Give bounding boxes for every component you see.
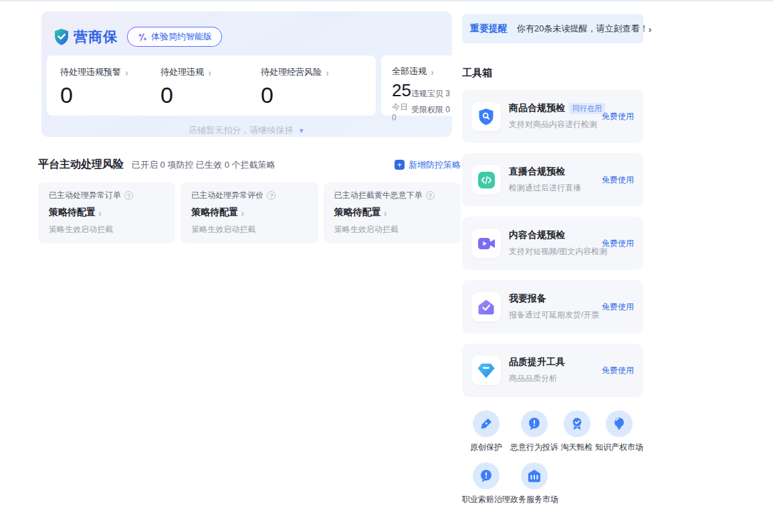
risk-section-summary: 已开启 0 项防控 已生效 0 个拦截策略 — [132, 159, 275, 171]
chevron-right-icon — [208, 68, 211, 78]
bank-icon — [527, 469, 542, 483]
tool-title: 品质提升工具 — [509, 356, 565, 368]
tool-title: 直播合规预检 — [509, 166, 565, 178]
try-smart-version-label: 体验简约智能版 — [151, 31, 212, 43]
code-icon — [477, 171, 495, 189]
help-icon[interactable] — [267, 191, 275, 200]
house-check-icon — [477, 299, 495, 315]
free-use-link[interactable]: 免费使用 — [602, 111, 634, 122]
important-notice-banner[interactable]: 重要提醒 你有20条未读提醒，请立刻查看！ — [462, 14, 643, 43]
tool-desc: 商品品质分析 — [509, 373, 602, 384]
stat-value: 0 — [160, 82, 261, 108]
tool-card-live-compliance[interactable]: 直播合规预检 检测通过后进行直播 免费使用 — [462, 153, 643, 207]
quick-link-label: 恶意行为投诉 — [510, 442, 558, 453]
plus-icon — [395, 160, 405, 170]
quick-link-original-protection[interactable]: 原创保护 — [462, 410, 510, 453]
pen-icon — [479, 416, 493, 431]
chevron-right-icon — [326, 68, 329, 78]
all-violations-card[interactable]: 全部违规 25 今日 0 违规宝贝 3 — [381, 55, 459, 116]
risk-card-abnormal-orders: 已主动处理异常订单 策略待配置 策略生效启动拦截 — [38, 182, 175, 243]
chevron-right-icon — [431, 67, 434, 77]
risk-card-label: 已主动处理异常评价 — [191, 190, 263, 201]
tool-card-product-compliance[interactable]: 商品合规预检 同行在用 支持对商品内容进行检测 免费使用 — [462, 90, 643, 143]
stat-pending-violation-warning[interactable]: 待处理违规预警 0 — [60, 66, 160, 116]
free-use-link[interactable]: 免费使用 — [602, 174, 634, 186]
chevron-right-icon — [125, 68, 128, 78]
peers-in-use-tag: 同行在用 — [569, 103, 605, 114]
all-violations-label: 全部违规 — [392, 65, 427, 78]
tool-card-report-filing[interactable]: 我要报备 报备通过可延期发货/开票 免费使用 — [462, 280, 643, 334]
risk-section-title: 平台主动处理风险 — [38, 158, 124, 172]
risk-card-note: 策略生效启动拦截 — [49, 224, 164, 235]
tool-title: 商品合规预检 — [509, 102, 565, 114]
add-policy-button[interactable]: 新增防控策略 — [395, 159, 461, 171]
app-title: 营商保 — [74, 27, 118, 46]
quick-link-label: 原创保护 — [470, 442, 502, 453]
triangle-down-icon — [298, 127, 305, 134]
pending-stats-card: 待处理违规预警 0 待处理违规 0 待处理经营风险 — [47, 55, 376, 116]
risk-card-label: 已主动拦截黄牛恶意下单 — [334, 190, 423, 201]
quick-link-malicious-complaint[interactable]: 恶意行为投诉 — [510, 410, 558, 453]
app-logo: 营商保 — [53, 27, 118, 46]
toolbox-sidebar: 重要提醒 你有20条未读提醒，请立刻查看！ 工具箱 商品合规预检 同行在用 支持… — [462, 14, 643, 505]
stat-label: 待处理经营风险 — [261, 66, 322, 78]
try-smart-version-button[interactable]: 体验简约智能版 — [127, 27, 222, 47]
notice-prefix: 重要提醒 — [470, 23, 508, 35]
quick-link-ip-market[interactable]: 知识产权市场 — [595, 410, 643, 453]
tool-card-content-compliance[interactable]: 内容合规预检 支持对短视频/图文内容检测 免费使用 — [462, 217, 643, 270]
risk-card-note: 策略生效启动拦截 — [334, 224, 450, 235]
no-deduction-note[interactable]: 店铺暂无扣分，请继续保持 — [47, 124, 447, 136]
all-violations-value: 25 — [392, 80, 411, 100]
lightbulb-icon — [612, 416, 627, 431]
configure-policy-link[interactable]: 策略待配置 — [191, 207, 307, 219]
quick-link-label: 知识产权市场 — [595, 442, 643, 453]
diamond-icon — [477, 362, 495, 379]
notice-text: 你有20条未读提醒，请立刻查看！ — [517, 23, 648, 35]
free-use-link[interactable]: 免费使用 — [602, 365, 634, 376]
quick-link-taotian-inspection[interactable]: 淘天甄检 — [558, 410, 595, 453]
chevron-right-icon — [241, 208, 244, 218]
tool-desc: 支持对商品内容进行检测 — [509, 119, 602, 130]
chevron-right-icon — [648, 24, 651, 34]
free-use-link[interactable]: 免费使用 — [602, 301, 634, 313]
tool-desc: 报备通过可延期发货/开票 — [509, 309, 602, 321]
stat-value: 0 — [261, 82, 361, 108]
platform-risk-section: 平台主动处理风险 已开启 0 项防控 已生效 0 个拦截策略 新增防控策略 已主… — [38, 158, 461, 243]
video-camera-icon — [477, 236, 495, 251]
help-icon[interactable] — [124, 191, 133, 200]
stat-label: 待处理违规预警 — [60, 66, 121, 78]
tool-desc: 支持对短视频/图文内容检测 — [509, 246, 602, 257]
quick-link-government-services[interactable]: 政务服务市场 — [510, 462, 558, 505]
free-use-link[interactable]: 免费使用 — [602, 238, 634, 249]
stat-pending-violation[interactable]: 待处理违规 0 — [160, 66, 261, 116]
toolbox-title: 工具箱 — [462, 67, 643, 80]
stat-value: 0 — [60, 82, 160, 108]
chevron-right-icon — [98, 208, 102, 218]
stat-label: 待处理违规 — [160, 66, 204, 78]
quick-link-label: 政务服务市场 — [510, 494, 558, 505]
tool-title: 我要报备 — [509, 293, 546, 305]
risk-card-abnormal-reviews: 已主动处理异常评价 策略待配置 策略生效启动拦截 — [181, 182, 318, 243]
tool-title: 内容合规预检 — [509, 229, 565, 241]
risk-card-label: 已主动处理异常订单 — [49, 190, 121, 201]
quick-link-label: 职业索赔治理 — [462, 494, 510, 505]
configure-policy-link[interactable]: 策略待配置 — [334, 207, 450, 219]
quick-link-label: 淘天甄检 — [561, 442, 593, 453]
violation-items-stat: 违规宝贝 3 — [411, 88, 450, 100]
exclamation-bubble-icon — [479, 469, 493, 483]
exclamation-bubble-icon — [527, 416, 542, 431]
configure-policy-link[interactable]: 策略待配置 — [49, 207, 164, 219]
risk-card-note: 策略生效启动拦截 — [191, 224, 307, 235]
tool-desc: 检测通过后进行直播 — [509, 182, 602, 194]
stat-pending-business-risk[interactable]: 待处理经营风险 0 — [261, 66, 361, 116]
medal-check-icon — [570, 416, 584, 431]
violations-today: 今日 0 — [392, 102, 411, 122]
shield-logo-icon — [53, 28, 70, 45]
tool-card-quality-improvement[interactable]: 品质提升工具 商品品质分析 免费使用 — [462, 344, 643, 397]
help-icon[interactable] — [426, 191, 435, 200]
restricted-permissions-stat: 受限权限 0 — [411, 104, 450, 116]
page-top-divider — [0, 0, 773, 1]
sparkle-wand-icon — [137, 32, 147, 42]
quick-link-professional-claims[interactable]: 职业索赔治理 — [462, 462, 510, 505]
quick-links-grid: 原创保护 恶意行为投诉 淘天甄检 — [462, 410, 643, 505]
